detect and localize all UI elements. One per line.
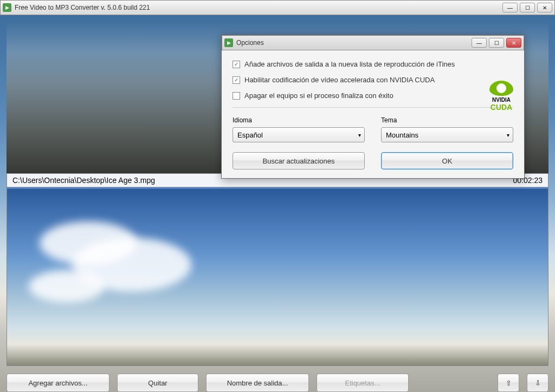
move-down-button[interactable]: ⇩: [527, 374, 548, 392]
theme-label: Tema: [381, 116, 513, 124]
dialog-titlebar: ▶ Opciones — ☐ ✕: [222, 35, 524, 50]
dialog-maximize-button[interactable]: ☐: [489, 38, 504, 48]
itunes-label: Añade archivos de salida a la nueva list…: [244, 60, 455, 68]
dialog-app-icon: ▶: [224, 38, 233, 47]
arrow-down-icon: ⇩: [535, 379, 541, 387]
arrow-up-icon: ⇧: [506, 379, 512, 387]
language-select[interactable]: Español: [233, 127, 365, 142]
dialog-close-button[interactable]: ✕: [506, 38, 521, 48]
itunes-checkbox[interactable]: ✓: [233, 61, 240, 68]
cuda-label: Habilitar codificación de vídeo accelera…: [244, 76, 435, 84]
cuda-checkbox[interactable]: ✓: [233, 76, 240, 84]
tags-button[interactable]: Etiquetas...: [317, 374, 409, 392]
close-button[interactable]: ✕: [537, 3, 552, 12]
nvidia-logo: NVIDIA CUDA: [489, 81, 513, 112]
video-preview-panel: C:\Users\Ontecnia\Desktop\Ice Age 3.mpg …: [7, 173, 548, 366]
language-label: Idioma: [233, 116, 365, 124]
window-title: Free Video to MP3 Converter v. 5.0.6 bui…: [15, 4, 502, 11]
dialog-minimize-button[interactable]: —: [472, 38, 487, 48]
move-up-button[interactable]: ⇧: [498, 374, 519, 392]
ok-button[interactable]: OK: [381, 152, 513, 169]
theme-select[interactable]: Mountains: [381, 127, 513, 142]
maximize-button[interactable]: ☐: [520, 3, 535, 12]
options-dialog: ▶ Opciones — ☐ ✕ ✓ Añade archivos de sal…: [221, 35, 525, 179]
main-titlebar: ▶ Free Video to MP3 Converter v. 5.0.6 b…: [0, 0, 555, 15]
output-name-button[interactable]: Nombre de salida...: [206, 374, 309, 392]
app-icon: ▶: [3, 3, 11, 12]
dialog-title: Opciones: [236, 39, 472, 47]
minimize-button[interactable]: —: [502, 3, 518, 12]
add-files-button[interactable]: Agregar archivos...: [7, 374, 109, 392]
check-updates-button[interactable]: Buscar actualizaciones: [233, 152, 365, 169]
main-window: ▶ Free Video to MP3 Converter v. 5.0.6 b…: [0, 0, 555, 392]
nvidia-eye-icon: [489, 81, 513, 96]
shutdown-checkbox[interactable]: [233, 92, 240, 100]
video-file-path: C:\Users\Ontecnia\Desktop\Ice Age 3.mpg: [12, 176, 155, 185]
shutdown-label: Apagar el equipo si el proceso finaliza …: [244, 92, 393, 100]
remove-button[interactable]: Quitar: [117, 374, 198, 392]
